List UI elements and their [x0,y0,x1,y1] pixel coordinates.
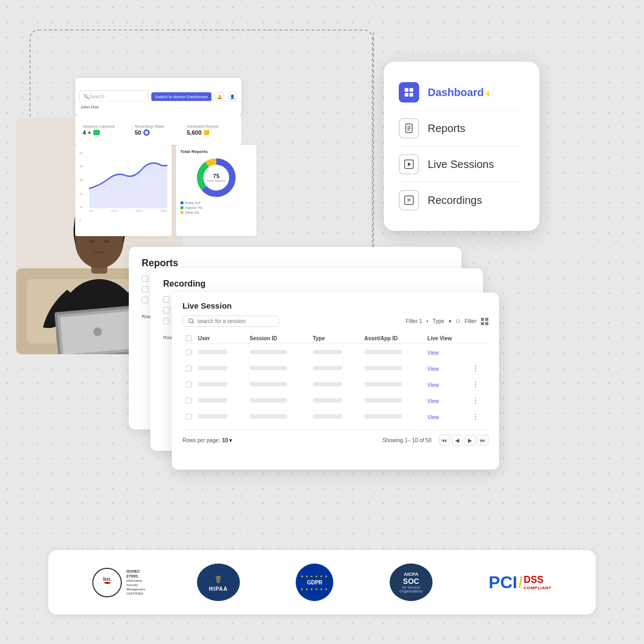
row-checkbox-5[interactable] [186,414,192,420]
donut-value: 75 [207,173,225,179]
svg-line-36 [192,322,194,324]
checkbox-back-3[interactable] [142,297,148,303]
type-skeleton-1 [313,350,342,354]
search-icon: 🔍 [83,94,89,99]
more-icon-2[interactable]: ⋮ [472,364,479,372]
user-name-text: John Doe [80,105,99,109]
rows-per-page-select[interactable]: 10 ▾ [222,437,232,443]
more-icon-4[interactable]: ⋮ [472,396,479,405]
row-checkbox-3[interactable] [186,382,192,387]
recordings-stat: Recordings Made 50 [133,122,185,138]
reports-page-title: Reports [142,258,449,269]
last-page-button[interactable]: ⏭ [478,435,488,445]
filter-text[interactable]: Filter [465,318,477,324]
asterisk-rec-icon: ✳ [404,195,414,206]
svg-text:bsi.: bsi. [103,576,112,582]
asset-skeleton-2 [364,366,402,370]
prev-page-button[interactable]: ◀ [452,435,463,445]
gdpr-text: GDPR [307,580,323,586]
session-search-input[interactable] [197,318,266,324]
hipaa-logo: ☤ HIPAA [197,564,240,601]
checkbox-back-1[interactable] [142,275,148,282]
legend-item-other: Other 121 [180,211,252,214]
next-page-button[interactable]: ▶ [465,435,475,445]
user-skeleton-5 [198,414,228,419]
showing-text: Showing 1– 10 of 50 [383,437,431,443]
session-search-box[interactable] [182,316,279,327]
session-skeleton-1 [250,350,287,354]
row-checkbox-1[interactable] [186,349,192,355]
legend-dot-other [180,211,184,214]
compliant-text: COMPLIANT [524,586,552,590]
table-row: View [182,344,488,361]
aicpa-text: AICPA [404,572,418,577]
row-checkbox-2[interactable] [186,365,192,371]
live-session-toolbar: Filter 1 • Type ▾ ⚇ Filter [182,316,488,327]
view-link-4[interactable]: View [427,398,439,404]
session-search-icon [188,318,194,324]
pci-slash: / [518,574,523,591]
nav-label-live-sessions: Live Sessions [428,158,494,171]
nav-label-recordings: Recordings [428,194,482,207]
play-icon [404,159,414,170]
type-skeleton-5 [313,414,342,419]
recordings-icon-box: ✳ [399,190,419,210]
header-checkbox[interactable] [186,335,192,341]
notification-icon[interactable]: 🔔 [215,92,224,101]
nav-item-recordings[interactable]: ✳ Recordings [399,182,524,218]
chart-x-nov: NOV [136,209,143,213]
donut-chart-card: Total Reports 75 Total Reports Active 21… [176,145,257,236]
dashed-vertical-line [373,32,374,263]
more-icon-3[interactable]: ⋮ [472,380,479,389]
view-link-1[interactable]: View [427,350,439,356]
session-skeleton-3 [250,382,287,386]
svg-text:✳: ✳ [406,196,412,204]
checkbox-rec-3[interactable] [163,318,170,324]
compliance-bar: bsi. ISO/IEC 27001 Information Security … [48,550,596,614]
gdpr-stars-bottom: ★ ★ ★ ★ ★ ★ [301,587,329,591]
view-link-2[interactable]: View [427,366,439,372]
table-row: View ⋮ [182,392,488,408]
nav-item-reports[interactable]: Reports [399,111,524,147]
filter-icon: ⚇ [456,318,460,324]
user-skeleton-2 [198,366,228,370]
table-row: View ⋮ [182,360,488,376]
table-header-row: User Session ID Type Asset/App ID Live V… [182,333,488,344]
th-actions [469,333,488,344]
svg-rect-26 [409,93,413,97]
sessions-label: Sessions Captured [83,125,130,128]
nav-item-dashboard[interactable]: Dashboard4 [399,75,524,111]
chart-x-dec: DEC [160,209,167,213]
table-row: View ⋮ [182,376,488,392]
recordings-value: 50 [135,129,182,136]
asset-skeleton-5 [364,414,402,419]
view-link-3[interactable]: View [427,382,439,388]
nav-item-live-sessions[interactable]: Live Sessions [399,147,524,182]
session-skeleton-4 [250,398,287,402]
page-navigation: ⏮ ◀ ▶ ⏭ [439,435,488,445]
hipaa-text: HIPAA [209,586,228,592]
first-page-button[interactable]: ⏮ [439,435,450,445]
row-checkbox-4[interactable] [186,398,192,404]
checkbox-rec-2[interactable] [163,307,170,313]
reports-stat: Generated Reports 5,600 [185,122,236,138]
stats-card: Sessions Captured 4 + Recordings Made 50… [75,115,241,145]
view-link-5[interactable]: View [427,414,439,420]
admin-dashboard-button[interactable]: Switch to Admin Dashboard [151,92,211,101]
chart-x-ay: AY [89,209,93,213]
filter1-label: Filter 1 [406,318,422,324]
type-filter[interactable]: Type [433,318,444,324]
checkbox-rec-1[interactable] [163,296,170,303]
table-body: View View ⋮ [182,344,488,425]
session-skeleton-2 [250,366,287,370]
view-grid-icon[interactable] [481,318,488,325]
checkbox-back-2[interactable] [142,286,148,292]
more-icon-5[interactable]: ⋮ [472,412,479,421]
user-avatar-icon[interactable]: 👤 [228,92,237,101]
svg-rect-23 [405,88,408,92]
legend-item-inactive: Inactive 741 [180,206,252,209]
user-skeleton-3 [198,382,228,386]
asset-skeleton-1 [364,350,402,354]
aicpa-sub-text: for ServiceOrganizations [399,586,422,593]
rows-per-page-control: Rows per page: 10 ▾ [182,437,232,443]
